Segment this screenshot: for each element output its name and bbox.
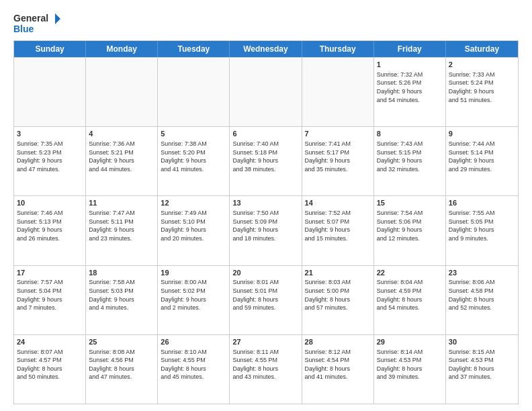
- calendar-cell-21: 21Sunrise: 8:03 AM Sunset: 5:00 PM Dayli…: [302, 266, 374, 334]
- day-info: Sunrise: 8:06 AM Sunset: 4:58 PM Dayligh…: [449, 278, 515, 312]
- calendar-cell-23: 23Sunrise: 8:06 AM Sunset: 4:58 PM Dayli…: [446, 266, 518, 334]
- page: General Blue SundayMondayTuesdayWednesda…: [0, 0, 532, 411]
- day-number: 3: [17, 129, 83, 139]
- header: General Blue: [13, 11, 519, 35]
- calendar-row-0: 1Sunrise: 7:32 AM Sunset: 5:26 PM Daylig…: [14, 57, 518, 126]
- calendar-cell-17: 17Sunrise: 7:57 AM Sunset: 5:04 PM Dayli…: [14, 266, 86, 334]
- day-info: Sunrise: 7:38 AM Sunset: 5:20 PM Dayligh…: [161, 140, 226, 173]
- calendar-cell-6: 6Sunrise: 7:40 AM Sunset: 5:18 PM Daylig…: [230, 127, 302, 195]
- day-number: 18: [89, 268, 154, 278]
- day-info: Sunrise: 7:40 AM Sunset: 5:18 PM Dayligh…: [232, 140, 298, 173]
- calendar-cell-26: 26Sunrise: 8:10 AM Sunset: 4:55 PM Dayli…: [158, 335, 230, 404]
- day-info: Sunrise: 7:44 AM Sunset: 5:14 PM Dayligh…: [449, 140, 515, 173]
- calendar-header-tuesday: Tuesday: [158, 41, 230, 57]
- calendar-cell-7: 7Sunrise: 7:41 AM Sunset: 5:17 PM Daylig…: [302, 127, 374, 195]
- day-info: Sunrise: 7:36 AM Sunset: 5:21 PM Dayligh…: [89, 140, 154, 173]
- day-info: Sunrise: 7:33 AM Sunset: 5:24 PM Dayligh…: [449, 71, 515, 104]
- day-info: Sunrise: 8:04 AM Sunset: 4:59 PM Dayligh…: [377, 278, 443, 312]
- day-info: Sunrise: 8:07 AM Sunset: 4:57 PM Dayligh…: [17, 348, 83, 381]
- day-number: 15: [377, 198, 443, 208]
- calendar-cell-3: 3Sunrise: 7:35 AM Sunset: 5:23 PM Daylig…: [14, 127, 86, 195]
- day-number: 13: [232, 198, 298, 208]
- day-number: 27: [232, 337, 298, 347]
- calendar-cell-14: 14Sunrise: 7:52 AM Sunset: 5:07 PM Dayli…: [302, 196, 374, 265]
- calendar-row-2: 10Sunrise: 7:46 AM Sunset: 5:13 PM Dayli…: [14, 195, 518, 265]
- calendar-cell-30: 30Sunrise: 8:15 AM Sunset: 4:53 PM Dayli…: [446, 335, 518, 404]
- day-number: 30: [449, 337, 515, 347]
- calendar: SundayMondayTuesdayWednesdayThursdayFrid…: [13, 40, 519, 404]
- calendar-cell-27: 27Sunrise: 8:11 AM Sunset: 4:55 PM Dayli…: [230, 335, 302, 404]
- day-number: 8: [377, 129, 443, 139]
- calendar-cell-11: 11Sunrise: 7:47 AM Sunset: 5:11 PM Dayli…: [86, 196, 158, 265]
- calendar-cell-empty-0-0: [14, 58, 86, 126]
- calendar-cell-8: 8Sunrise: 7:43 AM Sunset: 5:15 PM Daylig…: [374, 127, 446, 195]
- day-info: Sunrise: 8:14 AM Sunset: 4:53 PM Dayligh…: [377, 348, 443, 381]
- calendar-cell-22: 22Sunrise: 8:04 AM Sunset: 4:59 PM Dayli…: [374, 266, 446, 334]
- day-info: Sunrise: 7:54 AM Sunset: 5:06 PM Dayligh…: [377, 209, 443, 242]
- day-number: 12: [161, 198, 226, 208]
- day-number: 28: [305, 337, 371, 347]
- calendar-cell-5: 5Sunrise: 7:38 AM Sunset: 5:20 PM Daylig…: [158, 127, 230, 195]
- day-number: 10: [17, 198, 83, 208]
- calendar-cell-empty-0-4: [302, 58, 374, 126]
- day-info: Sunrise: 7:58 AM Sunset: 5:03 PM Dayligh…: [89, 278, 154, 312]
- day-number: 16: [449, 198, 515, 208]
- day-info: Sunrise: 7:47 AM Sunset: 5:11 PM Dayligh…: [89, 209, 154, 242]
- day-number: 23: [449, 268, 515, 278]
- calendar-row-1: 3Sunrise: 7:35 AM Sunset: 5:23 PM Daylig…: [14, 126, 518, 195]
- logo-svg: General Blue: [13, 11, 60, 35]
- day-number: 29: [377, 337, 443, 347]
- day-number: 11: [89, 198, 154, 208]
- day-info: Sunrise: 7:35 AM Sunset: 5:23 PM Dayligh…: [17, 140, 83, 173]
- svg-marker-2: [55, 13, 60, 24]
- day-number: 1: [377, 60, 443, 70]
- calendar-cell-29: 29Sunrise: 8:14 AM Sunset: 4:53 PM Dayli…: [374, 335, 446, 404]
- day-number: 26: [161, 337, 226, 347]
- calendar-cell-2: 2Sunrise: 7:33 AM Sunset: 5:24 PM Daylig…: [446, 58, 518, 126]
- calendar-header-monday: Monday: [86, 41, 158, 57]
- calendar-cell-16: 16Sunrise: 7:55 AM Sunset: 5:05 PM Dayli…: [446, 196, 518, 265]
- calendar-cell-1: 1Sunrise: 7:32 AM Sunset: 5:26 PM Daylig…: [374, 58, 446, 126]
- calendar-cell-19: 19Sunrise: 8:00 AM Sunset: 5:02 PM Dayli…: [158, 266, 230, 334]
- day-number: 24: [17, 337, 83, 347]
- calendar-header-saturday: Saturday: [446, 41, 518, 57]
- calendar-header-friday: Friday: [374, 41, 446, 57]
- day-info: Sunrise: 8:10 AM Sunset: 4:55 PM Dayligh…: [161, 348, 226, 381]
- day-info: Sunrise: 8:00 AM Sunset: 5:02 PM Dayligh…: [161, 278, 226, 312]
- calendar-cell-empty-0-2: [158, 58, 230, 126]
- day-info: Sunrise: 7:32 AM Sunset: 5:26 PM Dayligh…: [377, 71, 443, 104]
- day-number: 17: [17, 268, 83, 278]
- calendar-cell-empty-0-3: [230, 58, 302, 126]
- day-info: Sunrise: 7:46 AM Sunset: 5:13 PM Dayligh…: [17, 209, 83, 242]
- day-info: Sunrise: 8:03 AM Sunset: 5:00 PM Dayligh…: [305, 278, 371, 312]
- calendar-row-4: 24Sunrise: 8:07 AM Sunset: 4:57 PM Dayli…: [14, 334, 518, 404]
- day-info: Sunrise: 7:49 AM Sunset: 5:10 PM Dayligh…: [161, 209, 226, 242]
- calendar-cell-13: 13Sunrise: 7:50 AM Sunset: 5:09 PM Dayli…: [230, 196, 302, 265]
- svg-text:General: General: [13, 13, 48, 24]
- day-number: 25: [89, 337, 154, 347]
- calendar-cell-4: 4Sunrise: 7:36 AM Sunset: 5:21 PM Daylig…: [86, 127, 158, 195]
- svg-text:Blue: Blue: [13, 24, 34, 34]
- day-info: Sunrise: 8:08 AM Sunset: 4:56 PM Dayligh…: [89, 348, 154, 381]
- calendar-cell-24: 24Sunrise: 8:07 AM Sunset: 4:57 PM Dayli…: [14, 335, 86, 404]
- day-number: 19: [161, 268, 226, 278]
- calendar-header: SundayMondayTuesdayWednesdayThursdayFrid…: [14, 41, 518, 57]
- day-info: Sunrise: 8:12 AM Sunset: 4:54 PM Dayligh…: [305, 348, 371, 381]
- calendar-cell-empty-0-1: [86, 58, 158, 126]
- day-number: 21: [305, 268, 371, 278]
- day-number: 20: [232, 268, 298, 278]
- calendar-cell-12: 12Sunrise: 7:49 AM Sunset: 5:10 PM Dayli…: [158, 196, 230, 265]
- day-info: Sunrise: 8:01 AM Sunset: 5:01 PM Dayligh…: [232, 278, 298, 312]
- day-number: 7: [305, 129, 371, 139]
- day-info: Sunrise: 7:43 AM Sunset: 5:15 PM Dayligh…: [377, 140, 443, 173]
- day-info: Sunrise: 7:50 AM Sunset: 5:09 PM Dayligh…: [232, 209, 298, 242]
- logo: General Blue: [13, 11, 60, 35]
- day-info: Sunrise: 7:55 AM Sunset: 5:05 PM Dayligh…: [449, 209, 515, 242]
- day-info: Sunrise: 7:41 AM Sunset: 5:17 PM Dayligh…: [305, 140, 371, 173]
- day-number: 4: [89, 129, 154, 139]
- calendar-header-wednesday: Wednesday: [230, 41, 302, 57]
- day-info: Sunrise: 7:52 AM Sunset: 5:07 PM Dayligh…: [305, 209, 371, 242]
- calendar-cell-18: 18Sunrise: 7:58 AM Sunset: 5:03 PM Dayli…: [86, 266, 158, 334]
- calendar-row-3: 17Sunrise: 7:57 AM Sunset: 5:04 PM Dayli…: [14, 265, 518, 334]
- day-info: Sunrise: 8:15 AM Sunset: 4:53 PM Dayligh…: [449, 348, 515, 381]
